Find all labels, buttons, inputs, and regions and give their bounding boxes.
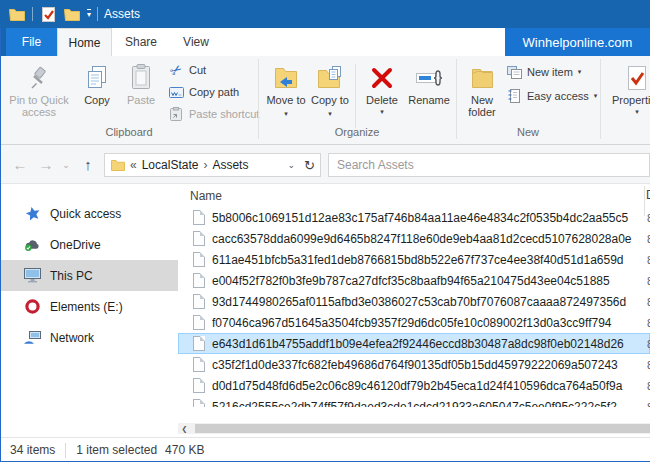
address-box[interactable]: « LocalState › Assets ⌄ xyxy=(104,153,300,177)
recent-locations-button[interactable]: ⌄ xyxy=(58,145,74,184)
list-item[interactable]: e004f52f782f0b3fe9b787ca27dfcf35c8baafb9… xyxy=(178,270,650,291)
forward-icon: → xyxy=(39,156,54,173)
copy-button[interactable]: Copy xyxy=(76,58,118,106)
pin-to-quick-access-label: Pin to Quick access xyxy=(6,94,72,118)
file-icon xyxy=(193,273,205,288)
column-header-row: Name xyxy=(178,184,650,207)
name-column-header[interactable]: Name xyxy=(190,189,222,203)
tab-file[interactable]: File xyxy=(6,28,57,56)
file-explorer-window: ▾ Assets File Home Share View Winhelponl… xyxy=(0,0,650,462)
file-icon xyxy=(193,210,205,225)
paste-shortcut-icon xyxy=(168,107,184,121)
up-button[interactable]: ↑ xyxy=(76,145,100,184)
file-icon xyxy=(193,357,205,372)
list-item-selected[interactable]: e643d1d61b4755addf1b09e4efea2f92446eccd8… xyxy=(178,333,650,354)
easy-access-label: Easy access xyxy=(527,90,589,102)
properties-button[interactable]: Properties▾ xyxy=(607,58,650,118)
file-name: 5b8006c1069151d12ae83c175af746b84aa11ae4… xyxy=(212,211,628,225)
tab-view[interactable]: View xyxy=(170,28,222,56)
window-border xyxy=(0,28,1,462)
pin-to-quick-access-button[interactable]: Pin to Quick access xyxy=(6,58,72,118)
scroll-left-button[interactable]: ❮ xyxy=(178,423,191,434)
list-item[interactable]: 5b8006c1069151d12ae83c175af746b84aa11ae4… xyxy=(178,207,650,228)
easy-access-button[interactable]: Easy access ▾ xyxy=(506,86,606,106)
computer-icon xyxy=(24,268,41,284)
navigation-pane: Quick access OneDrive This PC Elements (… xyxy=(0,184,178,437)
rename-label: Rename xyxy=(408,94,450,106)
new-item-icon xyxy=(506,66,522,79)
list-item[interactable]: cacc63578dda6099e9d6465b8247f118e60de9eb… xyxy=(178,228,650,249)
explorer-folder-icon xyxy=(8,5,26,23)
back-button[interactable]: ← xyxy=(8,145,32,184)
horizontal-scrollbar[interactable]: ❮ xyxy=(178,423,650,434)
dropdown-arrow-icon: ▾ xyxy=(366,106,398,118)
move-to-button[interactable]: Move to ▾ xyxy=(266,58,306,120)
list-item[interactable]: f07046ca967d51645a3504fcb9357f29d6dc05fe… xyxy=(178,312,650,333)
delete-button[interactable]: Delete▾ xyxy=(360,58,404,118)
properties-icon xyxy=(627,61,647,94)
list-item[interactable]: 5216cd2555ce2db74ff57f9daed3cde1cdcd2193… xyxy=(178,396,650,407)
copy-path-label: Copy path xyxy=(189,86,239,98)
new-folder-qat-button[interactable] xyxy=(63,5,81,23)
cut-icon: ✂ xyxy=(165,59,187,81)
organize-group-label: Organize xyxy=(258,126,456,140)
tab-share[interactable]: Share xyxy=(112,28,170,56)
dropdown-arrow-icon: ▾ xyxy=(284,110,288,117)
items-count: 34 items xyxy=(10,443,55,457)
copy-label: Copy xyxy=(84,94,110,106)
sidebar-item-quick-access[interactable]: Quick access xyxy=(0,198,178,229)
refresh-icon: ↻ xyxy=(304,158,315,173)
file-rows: 5b8006c1069151d12ae83c175af746b84aa11ae4… xyxy=(178,207,650,407)
ribbon: Pin to Quick access Copy Paste ✂ Cut Cop… xyxy=(0,56,650,145)
crumb-separator-icon[interactable]: › xyxy=(203,158,207,172)
properties-qat-button[interactable] xyxy=(39,5,57,23)
cut-button[interactable]: ✂ Cut xyxy=(168,60,256,80)
sidebar-item-label: This PC xyxy=(50,269,93,283)
paste-label: Paste xyxy=(127,94,155,106)
breadcrumb-parent[interactable]: LocalState xyxy=(142,158,199,172)
file-name: 93d1744980265af0115afbd3e0386027c53cab70… xyxy=(212,295,626,309)
watermark: Winhelponline.com xyxy=(505,28,650,56)
file-list: Name D 5b8006c1069151d12ae83c175af746b84… xyxy=(178,184,650,437)
delete-icon xyxy=(370,61,394,94)
scrollbar-thumb[interactable] xyxy=(195,424,650,433)
file-icon xyxy=(193,315,205,330)
refresh-button[interactable]: ↻ xyxy=(299,153,321,177)
new-folder-label: New folder xyxy=(462,94,502,118)
list-item[interactable]: 93d1744980265af0115afbd3e0386027c53cab70… xyxy=(178,291,650,312)
file-name: f07046ca967d51645a3504fcb9357f29d6dc05fe… xyxy=(212,316,612,330)
address-dropdown-icon[interactable]: ⌄ xyxy=(287,160,295,170)
dropdown-arrow-icon: ▾ xyxy=(578,68,582,76)
copy-to-button[interactable]: Copy to ▾ xyxy=(310,58,350,120)
list-item[interactable]: d0d1d75d48fd6d5e2c06c89c46120df79b2b45ec… xyxy=(178,375,650,396)
search-input[interactable] xyxy=(329,154,649,176)
list-item[interactable]: c35f2f1d0de337fc682feb49686d764f90135df0… xyxy=(178,354,650,375)
sidebar-item-elements-drive[interactable]: Elements (E:) xyxy=(0,291,178,322)
back-icon: ← xyxy=(13,156,28,173)
new-item-button[interactable]: New item ▾ xyxy=(506,62,596,82)
address-folder-icon xyxy=(111,159,125,171)
sidebar-item-label: Network xyxy=(50,331,94,345)
paste-button[interactable]: Paste xyxy=(120,58,162,106)
button-divider xyxy=(355,64,356,128)
copy-path-button[interactable]: Copy path xyxy=(168,82,256,102)
rename-button[interactable]: Rename xyxy=(404,58,454,106)
new-item-label: New item xyxy=(527,66,573,78)
search-box xyxy=(328,153,650,177)
breadcrumb-chevrons[interactable]: « xyxy=(130,158,137,172)
paste-shortcut-button[interactable]: Paste shortcut xyxy=(168,104,260,124)
forward-button[interactable]: → xyxy=(34,145,58,184)
tab-home[interactable]: Home xyxy=(57,28,112,56)
qat-customize-icon[interactable]: ▾ xyxy=(87,9,91,19)
breadcrumb-current[interactable]: Assets xyxy=(212,158,248,172)
titlebar: ▾ Assets xyxy=(0,0,650,28)
sidebar-item-label: OneDrive xyxy=(50,238,101,252)
sidebar-item-network[interactable]: Network xyxy=(0,322,178,353)
onedrive-cloud-icon xyxy=(24,237,41,253)
list-item[interactable]: 611ae451bfcb5a31fed1deb8766815bd8b522e67… xyxy=(178,249,650,270)
sidebar-item-this-pc[interactable]: This PC xyxy=(0,260,178,291)
file-name: e004f52f782f0b3fe9b787ca27dfcf35c8baafb9… xyxy=(212,274,610,288)
new-folder-button[interactable]: New folder xyxy=(462,58,502,118)
file-icon xyxy=(193,336,205,351)
sidebar-item-onedrive[interactable]: OneDrive xyxy=(0,229,178,260)
